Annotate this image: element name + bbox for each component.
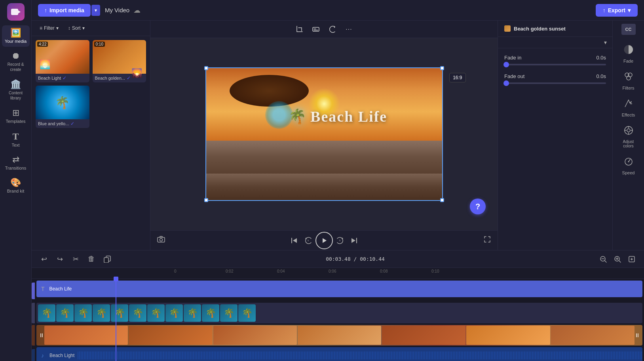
import-arrow-button[interactable]: ▾ <box>91 5 100 16</box>
playhead-handle[interactable] <box>114 277 118 281</box>
skip-to-start-button[interactable] <box>287 233 301 248</box>
delete-button[interactable]: 🗑 <box>85 253 97 265</box>
collapse-button[interactable]: ▾ <box>602 38 609 46</box>
track-accent-palms <box>32 303 35 323</box>
ruler-mark-0: 0 <box>174 269 177 273</box>
palm-frame-6: 🌴 <box>129 304 146 322</box>
sort-button[interactable]: ↕ Sort ▾ <box>65 24 88 32</box>
export-button[interactable]: ↑ Export ▾ <box>596 4 638 17</box>
forward-5s-button[interactable]: 5 <box>333 233 347 248</box>
text-track-clip[interactable]: T Beach Life <box>36 281 642 297</box>
help-button[interactable]: ? <box>470 199 486 214</box>
audio-track-clip[interactable]: ♪ Beach Light <box>36 347 642 361</box>
track-row-palms: 🌴 🌴 🌴 🌴 🌴 🌴 🌴 🌴 🌴 🌴 🌴 🌴 <box>32 303 644 323</box>
cloud-sync-icon: ☁ <box>133 6 141 15</box>
palms-track-clip[interactable]: 🌴 🌴 🌴 🌴 🌴 🌴 🌴 🌴 🌴 🌴 🌴 🌴 <box>36 303 642 323</box>
preview-container: 🌴 Beach Life 16:9 ? <box>150 38 498 230</box>
zoom-out-button[interactable] <box>597 253 609 265</box>
fade-in-slider-thumb[interactable] <box>503 62 509 67</box>
sidebar-item-your-media[interactable]: 🖼️ Your media <box>2 25 30 47</box>
media-grid: 🌅 4:22 Beach Light ✓ 🌄 <box>32 36 150 132</box>
handle-top-right[interactable] <box>440 66 444 70</box>
color-swatch <box>504 25 511 32</box>
palm-frame-10: 🌴 <box>202 304 219 322</box>
effects-tool-item[interactable]: Effects <box>615 95 642 120</box>
screenshot-button[interactable] <box>157 235 165 246</box>
sidebar-item-templates[interactable]: ⊞ Templates <box>2 105 30 127</box>
sidebar-item-transitions[interactable]: ⇄ Transitions <box>2 152 30 174</box>
filter-button[interactable]: ≡ Filter ▾ <box>36 24 62 32</box>
media-item-beach-golden[interactable]: 🌄 0:10 Beach golden... ✓ <box>93 40 146 82</box>
text-track-label: Beach Life <box>49 286 72 292</box>
fade-tool-label: Fade <box>623 59 633 63</box>
preview-toolbar: ··· <box>150 21 498 38</box>
fade-out-slider-thumb[interactable] <box>503 80 509 86</box>
water-layer <box>206 141 442 174</box>
rewind-5s-button[interactable]: 5 <box>301 233 315 248</box>
caption-tool-button[interactable] <box>310 23 322 36</box>
text-track-icon: T <box>41 286 45 292</box>
zoom-in-button[interactable] <box>612 253 623 265</box>
play-pause-button[interactable] <box>315 232 333 249</box>
palm-frame-11: 🌴 <box>220 304 237 322</box>
track-body-audio: ♪ Beach Light <box>35 347 644 361</box>
playhead[interactable] <box>116 279 116 361</box>
undo-button[interactable]: ↩ <box>38 253 50 265</box>
topbar: ↑ Import media ▾ My Video ☁ ↑ Export ▾ <box>32 0 644 21</box>
timeline-ruler: 0 0:02 0:04 0:06 0:08 0:10 <box>32 268 644 279</box>
handle-bottom-right[interactable] <box>440 198 444 202</box>
skip-to-end-button[interactable] <box>347 233 361 248</box>
audio-track-icon: ♪ <box>41 352 44 359</box>
ruler-mark-002: 0:02 <box>226 269 233 273</box>
video-track-clip[interactable]: ⏸ ⏸ <box>36 325 642 346</box>
effects-tool-label: Effects <box>622 113 635 117</box>
fullscreen-button[interactable] <box>483 235 491 245</box>
audio-waveform <box>78 351 642 359</box>
media-item-blue-yellow[interactable]: 🌴 Blue and yello... ✓ <box>36 86 89 128</box>
media-label: Beach Light ✓ <box>36 74 89 82</box>
filters-tool-item[interactable]: Filters <box>615 68 642 94</box>
aspect-ratio-badge[interactable]: 16:9 <box>449 73 465 82</box>
speed-tool-label: Speed <box>622 170 635 175</box>
export-arrow-icon: ▾ <box>628 7 631 13</box>
text-icon: T <box>12 132 19 141</box>
svg-rect-2 <box>313 27 319 31</box>
filters-tool-label: Filters <box>623 86 635 90</box>
adjust-colors-tool-item[interactable]: Adjustcolors <box>615 122 642 151</box>
fit-timeline-button[interactable] <box>626 253 638 265</box>
fade-out-label-row: Fade out 0.0s <box>504 73 606 79</box>
fade-out-slider[interactable] <box>504 82 606 84</box>
crop-tool-button[interactable] <box>293 23 306 36</box>
palm-frame-12: 🌴 <box>238 304 256 322</box>
handle-bottom-left[interactable] <box>204 198 208 202</box>
check-icon: ✓ <box>63 75 66 81</box>
track-row-text: T Beach Life <box>32 281 644 301</box>
cut-button[interactable]: ✂ <box>70 253 82 265</box>
sort-arrow-icon: ▾ <box>82 25 85 31</box>
svg-marker-7 <box>293 238 297 243</box>
sort-label: Sort <box>72 25 81 31</box>
media-item-beach-light[interactable]: 🌅 4:22 Beach Light ✓ <box>36 40 89 82</box>
redo-button[interactable]: ↪ <box>54 253 66 265</box>
speed-tool-item[interactable]: Speed <box>615 153 642 178</box>
adjust-colors-tool-label: Adjustcolors <box>623 139 634 148</box>
palm-icon: 🌴 <box>55 96 70 109</box>
sort-icon: ↕ <box>68 25 70 31</box>
rewind-tool-button[interactable] <box>326 23 339 36</box>
fade-in-slider[interactable] <box>504 64 606 65</box>
sidebar-item-brand-kit[interactable]: 🎨 Brand kit <box>2 175 30 197</box>
filter-arrow-icon: ▾ <box>56 25 59 31</box>
fade-tool-item[interactable]: Fade <box>615 41 642 67</box>
sidebar-item-record-create[interactable]: ⏺ Record &create <box>2 48 30 75</box>
sidebar-item-content-library[interactable]: 🏛️ Contentlibrary <box>2 77 30 104</box>
import-media-button[interactable]: ↑ Import media <box>38 4 91 17</box>
captions-button[interactable]: CC <box>621 24 636 35</box>
sidebar-item-label: Your media <box>5 39 27 44</box>
media-item-name: Beach golden... <box>95 76 125 80</box>
handle-top-left[interactable] <box>204 66 208 70</box>
copy-button[interactable] <box>101 253 113 265</box>
more-tool-button[interactable]: ··· <box>343 23 355 36</box>
sidebar-item-text[interactable]: T Text <box>2 128 30 151</box>
import-label: Import media <box>49 7 84 13</box>
check-icon: ✓ <box>70 121 74 126</box>
